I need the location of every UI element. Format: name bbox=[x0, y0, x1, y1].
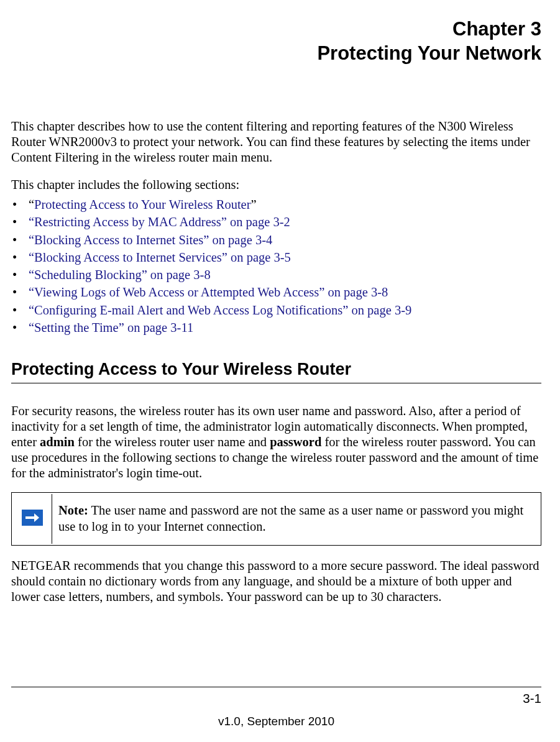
footer-version: v1.0, September 2010 bbox=[11, 715, 541, 728]
note-text: The user name and password are not the s… bbox=[58, 503, 523, 533]
chapter-heading: Chapter 3 Protecting Your Network bbox=[11, 17, 541, 66]
toc-link-mac-address[interactable]: “Restricting Access by MAC Address” on p… bbox=[29, 215, 290, 229]
arrow-right-icon bbox=[22, 510, 43, 526]
toc-item: “Protecting Access to Your Wireless Rout… bbox=[11, 196, 541, 213]
toc-item: “Setting the Time” on page 3-11 bbox=[11, 319, 541, 336]
toc-prefix: “ bbox=[29, 198, 34, 211]
toc-link-scheduling[interactable]: “Scheduling Blocking” on page 3-8 bbox=[29, 268, 211, 282]
toc-list: “Protecting Access to Your Wireless Rout… bbox=[11, 196, 541, 336]
section-para-1: For security reasons, the wireless route… bbox=[11, 403, 541, 481]
note-label: Note: bbox=[58, 503, 88, 517]
note-text-cell: Note: The user name and password are not… bbox=[53, 494, 539, 543]
toc-item: “Configuring E-mail Alert and Web Access… bbox=[11, 301, 541, 319]
toc-link-blocking-sites[interactable]: “Blocking Access to Internet Sites” on p… bbox=[29, 233, 272, 247]
page-footer: 3-1 v1.0, September 2010 bbox=[11, 687, 541, 742]
note-box: Note: The user name and password are not… bbox=[11, 492, 541, 545]
toc-link-setting-time[interactable]: “Setting the Time” on page 3-11 bbox=[29, 321, 193, 334]
toc-item: “Blocking Access to Internet Sites” on p… bbox=[11, 231, 541, 249]
toc-item: “Scheduling Blocking” on page 3-8 bbox=[11, 266, 541, 283]
toc-link-viewing-logs[interactable]: “Viewing Logs of Web Access or Attempted… bbox=[29, 285, 388, 299]
intro-paragraph: This chapter describes how to use the co… bbox=[11, 119, 541, 165]
sections-intro: This chapter includes the following sect… bbox=[11, 178, 541, 192]
toc-item: “Restricting Access by MAC Address” on p… bbox=[11, 213, 541, 231]
toc-item: “Blocking Access to Internet Services” o… bbox=[11, 249, 541, 266]
page-number: 3-1 bbox=[11, 691, 541, 706]
toc-link-protecting-access[interactable]: Protecting Access to Your Wireless Route… bbox=[34, 198, 250, 211]
para-text: for the wireless router user name and bbox=[75, 435, 270, 449]
toc-item: “Viewing Logs of Web Access or Attempted… bbox=[11, 283, 541, 301]
section-rule bbox=[11, 383, 541, 383]
section-heading: Protecting Access to Your Wireless Route… bbox=[11, 360, 541, 379]
note-icon-cell bbox=[13, 494, 52, 543]
toc-suffix: ” bbox=[251, 198, 257, 211]
chapter-title: Protecting Your Network bbox=[11, 42, 541, 66]
section-para-2: NETGEAR recommends that you change this … bbox=[11, 558, 541, 605]
bold-admin: admin bbox=[40, 435, 75, 449]
toc-link-blocking-services[interactable]: “Blocking Access to Internet Services” o… bbox=[29, 250, 291, 264]
toc-link-email-alert[interactable]: “Configuring E-mail Alert and Web Access… bbox=[29, 303, 411, 317]
bold-password: password bbox=[270, 435, 321, 449]
chapter-number: Chapter 3 bbox=[11, 17, 541, 42]
